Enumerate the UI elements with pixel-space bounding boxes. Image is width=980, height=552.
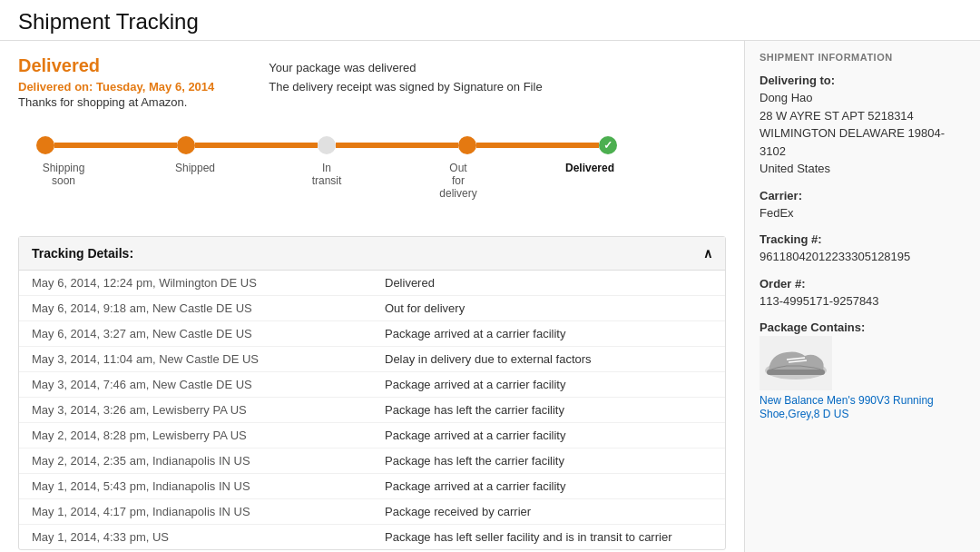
tracking-num-value: 96118042012233305128195	[760, 248, 965, 266]
tracking-date-cell: May 2, 2014, 2:35 am, Indianapolis IN US	[19, 448, 372, 474]
svg-rect-4	[767, 370, 825, 375]
tracking-details-section: Tracking Details: ∧ May 6, 2014, 12:24 p…	[18, 236, 726, 550]
tracking-date-cell: May 6, 2014, 12:24 pm, Wilmington DE US	[19, 271, 372, 296]
tracking-date-cell: May 1, 2014, 5:43 pm, Indianapolis IN US	[19, 474, 372, 499]
tracker-labels: Shippingsoon Shipped Intransit Outfordel…	[36, 162, 617, 200]
product-link[interactable]: New Balance Men's 990V3 Running Shoe,Gre…	[760, 394, 934, 420]
address-line3: United States	[760, 160, 965, 178]
package-contains-label: Package Contains:	[760, 320, 965, 334]
tracking-table: May 6, 2014, 12:24 pm, Wilmington DE USD…	[19, 271, 725, 549]
tracking-date-cell: May 6, 2014, 3:27 am, New Castle DE US	[19, 321, 372, 347]
table-row: May 3, 2014, 7:46 am, New Castle DE USPa…	[19, 372, 725, 398]
shipment-info-title: SHIPMENT INFORMATION	[760, 52, 965, 63]
tracking-event-cell: Package has left the carrier facility	[372, 398, 725, 423]
product-shoe-icon	[760, 336, 832, 390]
tracker-label-outfordelivery: Outfordelivery	[431, 162, 485, 200]
order-num-label: Order #:	[760, 277, 965, 291]
status-left: Delivered Delivered on: Tuesday, May 6, …	[18, 55, 214, 109]
status-section: Delivered Delivered on: Tuesday, May 6, …	[18, 55, 726, 109]
tracking-event-cell: Package arrived at a carrier facility	[372, 423, 725, 448]
tracking-event-cell: Delivered	[372, 271, 725, 296]
right-panel: SHIPMENT INFORMATION Delivering to: Dong…	[744, 41, 980, 552]
tracking-event-cell: Package arrived at a carrier facility	[372, 321, 725, 347]
left-panel: Delivered Delivered on: Tuesday, May 6, …	[0, 41, 744, 552]
table-row: May 3, 2014, 3:26 am, Lewisberry PA USPa…	[19, 398, 725, 423]
tracker-dot-outfordelivery	[458, 136, 476, 154]
product-image	[760, 336, 965, 393]
tracking-date-cell: May 2, 2014, 8:28 pm, Lewisberry PA US	[19, 423, 372, 448]
delivered-date-value: Tuesday, May 6, 2014	[96, 80, 214, 94]
table-row: May 1, 2014, 4:17 pm, Indianapolis IN US…	[19, 499, 725, 525]
page-header: Shipment Tracking	[0, 0, 980, 41]
table-row: May 6, 2014, 12:24 pm, Wilmington DE USD…	[19, 271, 725, 296]
tracking-date-cell: May 3, 2014, 7:46 am, New Castle DE US	[19, 372, 372, 398]
tracker-dot-shipped	[177, 136, 195, 154]
tracking-event-cell: Out for delivery	[372, 296, 725, 321]
tracking-event-cell: Package received by carrier	[372, 499, 725, 525]
tracker-label-shipped: Shipped	[168, 162, 222, 200]
tracker-label-delivered: Delivered	[563, 162, 617, 200]
delivering-to-label: Delivering to:	[760, 74, 965, 87]
tracking-event-cell: Delay in delivery due to external factor…	[372, 347, 725, 372]
table-row: May 6, 2014, 3:27 am, New Castle DE USPa…	[19, 321, 725, 347]
tracker-dots-row: ✓	[36, 136, 617, 154]
tracker-segment-1	[54, 143, 177, 148]
thanks-text: Thanks for shopping at Amazon.	[18, 95, 214, 109]
recipient-name: Dong Hao	[760, 89, 965, 107]
main-content: Delivered Delivered on: Tuesday, May 6, …	[0, 41, 980, 552]
tracking-date-cell: May 3, 2014, 11:04 am, New Castle DE US	[19, 347, 372, 372]
tracker-segment-2	[195, 143, 318, 148]
status-desc-line1: Your package was delivered	[269, 59, 542, 78]
tracking-event-cell: Package has left the carrier facility	[372, 448, 725, 474]
status-desc-line2: The delivery receipt was signed by Signa…	[269, 78, 542, 97]
tracking-event-cell: Package arrived at a carrier facility	[372, 474, 725, 499]
tracking-details-header[interactable]: Tracking Details: ∧	[19, 237, 725, 271]
status-title: Delivered	[18, 55, 214, 76]
status-right: Your package was delivered The delivery …	[269, 55, 542, 109]
tracker-label-intransit: Intransit	[299, 162, 354, 200]
progress-tracker: ✓ Shippingsoon Shipped Intransit Outford…	[18, 127, 726, 209]
order-num-value: 113-4995171-9257843	[760, 292, 965, 310]
delivered-date-line: Delivered on: Tuesday, May 6, 2014	[18, 80, 214, 94]
table-row: May 1, 2014, 4:33 pm, USPackage has left…	[19, 525, 725, 550]
tracking-date-cell: May 6, 2014, 9:18 am, New Castle DE US	[19, 296, 372, 321]
chevron-up-icon: ∧	[703, 246, 712, 261]
table-row: May 1, 2014, 5:43 pm, Indianapolis IN US…	[19, 474, 725, 499]
tracking-date-cell: May 1, 2014, 4:33 pm, US	[19, 525, 372, 550]
carrier-label: Carrier:	[760, 189, 965, 202]
tracker-dot-intransit	[318, 136, 336, 154]
tracking-event-cell: Package has left seller facility and is …	[372, 525, 725, 550]
page-title: Shipment Tracking	[18, 9, 962, 34]
table-row: May 3, 2014, 11:04 am, New Castle DE USD…	[19, 347, 725, 372]
table-row: May 2, 2014, 2:35 am, Indianapolis IN US…	[19, 448, 725, 474]
tracker-label-shipping: Shippingsoon	[36, 162, 91, 200]
tracking-date-cell: May 3, 2014, 3:26 am, Lewisberry PA US	[19, 398, 372, 423]
address-line1: 28 W AYRE ST APT 5218314	[760, 107, 965, 125]
table-row: May 2, 2014, 8:28 pm, Lewisberry PA USPa…	[19, 423, 725, 448]
tracking-details-label: Tracking Details:	[32, 246, 133, 261]
tracker-segment-3	[336, 143, 458, 148]
tracker-segment-4	[476, 143, 599, 148]
tracker-dot-shipping	[36, 136, 54, 154]
tracking-num-label: Tracking #:	[760, 232, 965, 246]
carrier-value: FedEx	[760, 204, 965, 222]
table-row: May 6, 2014, 9:18 am, New Castle DE USOu…	[19, 296, 725, 321]
tracking-event-cell: Package arrived at a carrier facility	[372, 372, 725, 398]
tracker-dot-delivered: ✓	[599, 136, 617, 154]
address-line2: WILMINGTON DELAWARE 19804-3102	[760, 124, 965, 160]
tracking-date-cell: May 1, 2014, 4:17 pm, Indianapolis IN US	[19, 499, 372, 525]
recipient-info: Dong Hao 28 W AYRE ST APT 5218314 WILMIN…	[760, 89, 965, 178]
delivered-on-label: Delivered on:	[18, 80, 93, 94]
